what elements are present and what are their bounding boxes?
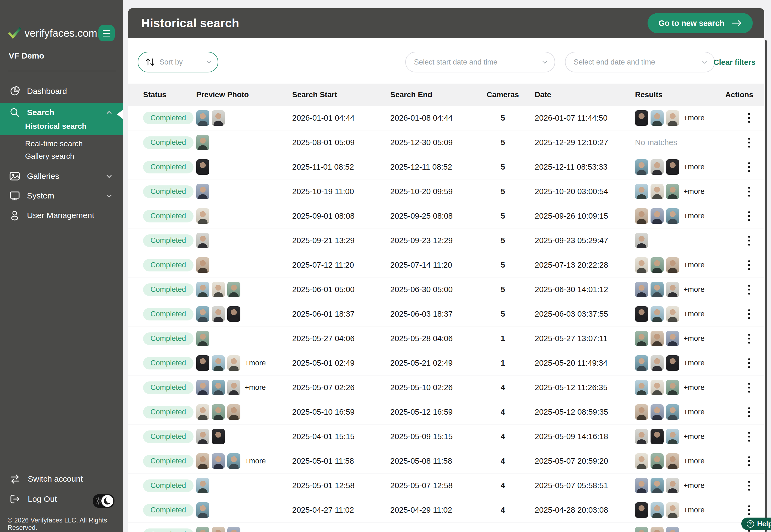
menu-toggle-button[interactable] [98, 25, 115, 41]
search-start-value: 2025-04-01 15:15 [289, 432, 387, 441]
start-date-select[interactable]: Select start date and time [405, 52, 555, 72]
row-actions-menu-button[interactable] [746, 405, 752, 419]
preview-more-label[interactable]: +more [245, 383, 266, 392]
end-date-select[interactable]: Select end date and time [565, 52, 715, 72]
preview-photos [196, 429, 289, 444]
row-actions-menu-button[interactable] [746, 307, 752, 321]
row-actions-menu-button[interactable] [746, 454, 752, 468]
search-icon [9, 107, 20, 118]
sidebar-item-galleries[interactable]: Galleries [0, 166, 123, 186]
results-more-label[interactable]: +more [684, 359, 705, 367]
results-cell: +more [632, 257, 722, 273]
results-more-label[interactable]: +more [684, 334, 705, 343]
sidebar-item-system[interactable]: System [0, 186, 123, 206]
row-actions-menu-button[interactable] [746, 160, 752, 174]
result-photo [635, 208, 648, 224]
results-cell: +more [632, 355, 722, 371]
start-date-placeholder: Select start date and time [414, 58, 497, 66]
sidebar-item-dashboard[interactable]: Dashboard [0, 81, 123, 101]
results-more-label[interactable]: +more [684, 481, 705, 490]
search-end-value: 2025-05-21 02:49 [387, 359, 485, 368]
sidebar-item-search[interactable]: Search [0, 103, 123, 120]
results-more-label[interactable]: +more [684, 530, 705, 532]
row-actions-menu-button[interactable] [746, 111, 752, 125]
result-photo [635, 478, 648, 493]
column-header-search-end: Search End [387, 90, 485, 99]
row-actions-menu-button[interactable] [746, 209, 752, 223]
search-start-value: 2025-09-21 13:29 [289, 236, 387, 245]
preview-more-label[interactable]: +more [245, 359, 266, 367]
preview-more-label[interactable]: +more [245, 457, 266, 465]
chevron-up-icon [106, 111, 111, 116]
logout-button[interactable]: Log Out [9, 493, 57, 505]
sidebar-item-realtime-search[interactable]: Real-time search [0, 137, 123, 150]
result-photo [651, 478, 664, 493]
row-actions-menu-button[interactable] [746, 430, 752, 444]
result-photo [651, 257, 664, 273]
table-row: Completed2025-09-21 13:292025-09-23 12:2… [128, 228, 764, 253]
sidebar-item-label: System [27, 191, 107, 200]
search-start-value: 2026-01-01 04:44 [289, 114, 387, 123]
results-more-label[interactable]: +more [684, 187, 705, 196]
status-badge: Completed [143, 234, 194, 247]
sort-by-dropdown[interactable]: Sort by [138, 52, 218, 72]
logout-icon [9, 493, 21, 505]
help-button[interactable]: ? Help [741, 518, 771, 530]
switch-account-button[interactable]: Switch account [9, 473, 83, 485]
date-value: 2025-09-26 10:09:15 [520, 212, 632, 221]
sidebar-item-user-management[interactable]: User Management [0, 206, 123, 225]
scrollbar-thumb[interactable] [765, 40, 767, 532]
clear-filters-link[interactable]: Clear filters [714, 58, 755, 67]
cameras-value: 4 [485, 481, 520, 490]
search-end-value: 2025-05-09 15:15 [387, 432, 485, 441]
sidebar-item-gallery-search[interactable]: Gallery search [0, 150, 123, 163]
row-actions-menu-button[interactable] [746, 258, 752, 272]
table-row: Completed2025-04-01 15:152025-05-09 15:1… [128, 424, 764, 449]
results-more-label[interactable]: +more [684, 432, 705, 441]
results-more-label[interactable]: +more [684, 285, 705, 294]
results-more-label[interactable]: +more [684, 261, 705, 269]
result-photo [635, 282, 648, 297]
arrow-right-icon [732, 20, 742, 26]
sidebar-item-historical-search[interactable]: Historical search [0, 120, 123, 133]
results-more-label[interactable]: +more [684, 212, 705, 220]
results-more-label[interactable]: +more [684, 383, 705, 392]
chevron-down-icon [207, 59, 212, 64]
status-badge: Completed [143, 528, 194, 532]
row-actions-menu-button[interactable] [746, 479, 752, 493]
result-photo [635, 110, 648, 126]
results-cell: +more [632, 404, 722, 420]
result-photo [666, 331, 679, 346]
row-actions-menu-button[interactable] [746, 332, 752, 346]
results-more-label[interactable]: +more [684, 114, 705, 122]
date-value: 2025-06-30 14:01:12 [520, 285, 632, 294]
search-end-value: 2025-05-10 02:26 [387, 383, 485, 392]
preview-photo [196, 184, 209, 199]
go-to-new-search-button[interactable]: Go to new search [648, 13, 753, 33]
result-photo [635, 404, 648, 420]
results-more-label[interactable]: +more [684, 163, 705, 171]
row-actions-menu-button[interactable] [746, 503, 752, 517]
preview-photo [212, 453, 225, 469]
status-badge: Completed [143, 210, 194, 222]
row-actions-menu-button[interactable] [746, 136, 752, 150]
system-icon [9, 190, 20, 201]
switch-arrows-icon [9, 473, 21, 485]
page-header: Historical search Go to new search [128, 8, 764, 38]
row-actions-menu-button[interactable] [746, 185, 752, 199]
results-more-label[interactable]: +more [684, 457, 705, 465]
table-row: Completed2025-09-01 08:082025-09-25 08:0… [128, 204, 764, 228]
cameras-value: 1 [485, 334, 520, 343]
row-actions-menu-button[interactable] [746, 283, 752, 297]
results-more-label[interactable]: +more [684, 408, 705, 416]
result-photo [651, 159, 664, 175]
results-more-label[interactable]: +more [684, 506, 705, 514]
search-start-value: 2025-09-01 08:08 [289, 212, 387, 221]
row-actions-menu-button[interactable] [746, 234, 752, 248]
row-actions-menu-button[interactable] [746, 356, 752, 370]
row-actions-menu-button[interactable] [746, 381, 752, 395]
results-more-label[interactable]: +more [684, 310, 705, 318]
chevron-down-icon [106, 173, 111, 178]
preview-photo [196, 159, 209, 175]
theme-toggle[interactable] [93, 494, 114, 508]
